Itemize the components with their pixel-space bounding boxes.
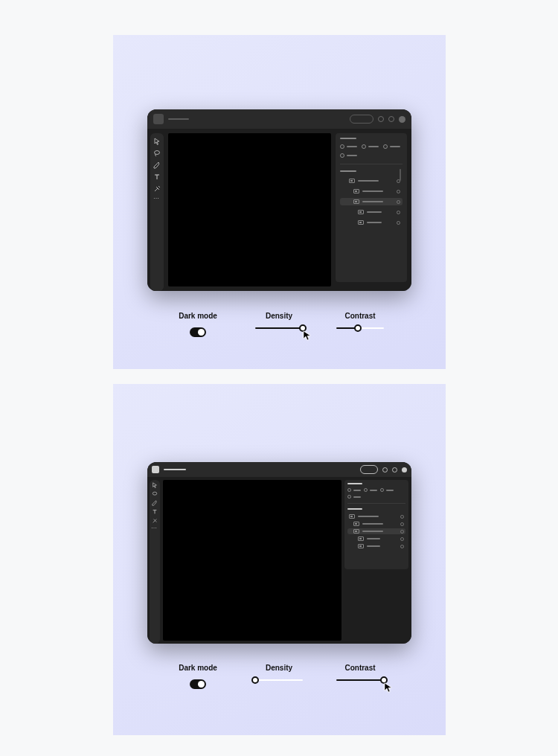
contrast-label: Contrast — [344, 664, 375, 672]
layer-row — [340, 188, 403, 195]
search-pill — [350, 115, 373, 124]
title-placeholder — [164, 469, 186, 470]
titlebar — [147, 462, 411, 477]
more-tools-icon: ⋯ — [153, 197, 160, 200]
app-window-preview: ⋯ — [147, 109, 411, 291]
tools-icon — [153, 185, 161, 193]
title-placeholder — [168, 118, 189, 120]
settings-panel-1: ⋯ Dark — [113, 35, 446, 369]
more-tools-icon: ⋯ — [151, 527, 158, 530]
contrast-label: Contrast — [344, 312, 375, 320]
cursor-icon — [303, 330, 313, 341]
titlebar-action-icon — [388, 116, 394, 122]
panel-section-header — [340, 170, 356, 172]
text-tool-icon — [153, 173, 161, 181]
density-slider[interactable] — [255, 679, 303, 681]
layer-row — [347, 536, 405, 542]
pointer-tool-icon — [152, 482, 158, 488]
avatar-icon — [399, 116, 405, 123]
dark-mode-label: Dark mode — [179, 664, 217, 672]
dark-mode-toggle[interactable] — [190, 679, 206, 689]
properties-panel — [336, 133, 407, 282]
titlebar-action-icon — [378, 116, 384, 122]
brush-tool-icon — [152, 500, 158, 506]
density-label: Density — [266, 664, 292, 672]
lasso-tool-icon — [153, 150, 161, 157]
search-pill — [360, 465, 378, 474]
titlebar — [147, 109, 411, 129]
text-tool-icon — [152, 509, 158, 515]
left-toolbar: ⋯ — [150, 480, 160, 644]
density-label: Density — [266, 312, 292, 320]
titlebar-action-icon — [382, 467, 388, 472]
window-control-icon — [152, 466, 159, 473]
pointer-tool-icon — [153, 138, 161, 145]
app-window-preview: ⋯ — [147, 462, 411, 644]
cursor-icon — [384, 682, 394, 693]
left-toolbar: ⋯ — [150, 133, 164, 291]
avatar-icon — [402, 467, 407, 472]
properties-panel — [344, 480, 408, 569]
layer-row — [340, 219, 403, 226]
display-controls: Dark mode Density Contrast — [113, 312, 446, 337]
svg-point-1 — [153, 492, 157, 495]
panel-section-header — [347, 508, 362, 510]
svg-point-0 — [154, 151, 159, 155]
layer-row — [340, 208, 403, 216]
settings-panel-2: ⋯ Dark mode — [113, 384, 446, 735]
titlebar-action-icon — [392, 467, 397, 472]
display-controls: Dark mode Density Contrast — [113, 664, 446, 689]
layer-row-selected — [347, 528, 405, 534]
canvas — [163, 480, 341, 641]
dark-mode-label: Dark mode — [179, 312, 217, 320]
lasso-tool-icon — [152, 491, 158, 497]
brush-tool-icon — [153, 161, 161, 169]
layer-row — [347, 521, 405, 527]
layer-row — [347, 513, 405, 519]
layer-row — [340, 177, 403, 185]
density-slider[interactable] — [255, 327, 303, 329]
layer-row-selected — [340, 198, 403, 205]
panel-section-header — [340, 138, 356, 139]
contrast-slider[interactable] — [336, 327, 384, 329]
panel-section-header — [347, 483, 362, 484]
window-control-icon — [153, 114, 164, 124]
contrast-slider[interactable] — [336, 679, 384, 681]
tools-icon — [152, 518, 158, 524]
canvas — [168, 133, 331, 286]
layer-row — [347, 543, 405, 549]
dark-mode-toggle[interactable] — [190, 327, 206, 337]
